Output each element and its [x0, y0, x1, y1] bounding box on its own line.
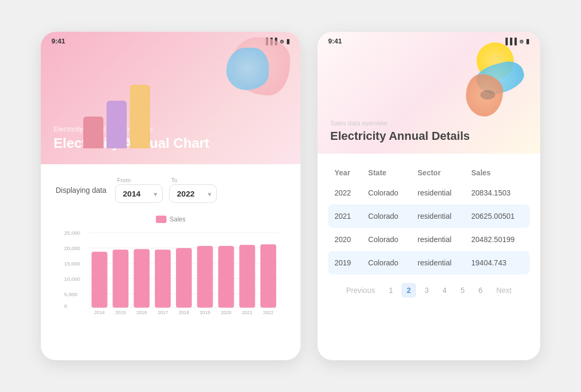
bar-2014 — [92, 252, 108, 307]
right-signal-icon: ▐▐▐ — [503, 38, 517, 45]
data-table: Year State Sector Sales 2022Coloradoresi… — [328, 164, 530, 274]
right-body: Year State Sector Sales 2022Coloradoresi… — [318, 154, 540, 308]
right-header-subtitle: Sales data overview — [330, 120, 527, 127]
svg-text:2015: 2015 — [116, 310, 126, 315]
filter-row: Displaying data From 201420152016 To — [56, 177, 286, 203]
chart-legend: Sales — [60, 216, 281, 223]
cell-state: Colorado — [362, 251, 411, 274]
svg-text:2016: 2016 — [136, 310, 147, 315]
legend-box — [156, 216, 166, 223]
page-1-button[interactable]: 1 — [383, 283, 398, 298]
to-dropdown-container: 202220212020 — [169, 184, 217, 203]
page-5-button[interactable]: 5 — [455, 283, 470, 298]
table-row: 2020Coloradoresidential20482.50199 — [328, 228, 530, 251]
svg-text:20,000: 20,000 — [64, 245, 81, 251]
from-dropdown-wrapper: From 201420152016 — [115, 177, 163, 203]
left-header: 9:41 ▐▐▐ ⌾ ▮ Electricity annual sales ov… — [41, 32, 301, 164]
cell-year: 2022 — [328, 181, 362, 204]
svg-text:2020: 2020 — [221, 310, 232, 315]
battery-icon: ▮ — [286, 38, 290, 45]
svg-text:15,000: 15,000 — [64, 261, 81, 266]
table-head: Year State Sector Sales — [328, 164, 530, 181]
bar-2018 — [176, 248, 192, 307]
app-container: 9:41 ▐▐▐ ⌾ ▮ Electricity annual sales ov… — [0, 0, 581, 392]
right-status-time: 9:41 — [328, 37, 342, 45]
cell-state: Colorado — [362, 228, 411, 251]
right-header-title: Electricity Annual Details — [330, 129, 527, 143]
bar-2017 — [155, 250, 171, 307]
cell-year: 2019 — [328, 251, 362, 274]
left-card: 9:41 ▐▐▐ ⌾ ▮ Electricity annual sales ov… — [41, 32, 301, 360]
to-dropdown-wrapper: To 202220212020 — [169, 177, 217, 203]
page-6-button[interactable]: 6 — [473, 283, 488, 298]
bar-2022 — [260, 244, 276, 307]
right-status-icons: ▐▐▐ ⌾ ▮ — [503, 38, 530, 45]
bar-2021 — [239, 245, 255, 307]
from-dropdown[interactable]: 201420152016 — [115, 184, 163, 203]
svg-text:2022: 2022 — [263, 310, 274, 315]
svg-text:2014: 2014 — [94, 310, 105, 315]
filter-label: Displaying data — [56, 186, 107, 194]
col-year: Year — [328, 164, 362, 181]
svg-text:2018: 2018 — [179, 310, 189, 315]
right-card: 9:41 ▐▐▐ ⌾ ▮ Sales data overview Electri… — [318, 32, 540, 360]
cell-sales: 20625.00501 — [465, 204, 530, 228]
right-battery-icon: ▮ — [526, 38, 530, 45]
cell-year: 2021 — [328, 204, 362, 228]
from-label: From — [115, 177, 163, 183]
cell-sector: residential — [411, 228, 465, 251]
cell-state: Colorado — [362, 204, 411, 228]
cell-sector: residential — [411, 181, 465, 204]
chart-svg-wrap: 25,000 20,000 15,000 10,000 5,000 0 — [60, 227, 281, 319]
bar-chart-svg: 25,000 20,000 15,000 10,000 5,000 0 — [60, 227, 281, 317]
right-status-bar: 9:41 ▐▐▐ ⌾ ▮ — [318, 32, 540, 47]
cell-year: 2020 — [328, 228, 362, 251]
deco-bar-orange — [130, 85, 150, 148]
page-2-button[interactable]: 2 — [401, 283, 416, 298]
svg-text:25,000: 25,000 — [64, 230, 81, 236]
cell-sales: 20834.1503 — [465, 181, 530, 204]
deco-bar-pink — [83, 117, 103, 148]
right-deco-blob-dark — [480, 90, 495, 100]
bar-2019 — [197, 246, 213, 307]
svg-text:10,000: 10,000 — [64, 276, 81, 282]
cell-sales: 19404.743 — [465, 251, 530, 274]
cell-state: Colorado — [362, 181, 411, 204]
to-dropdown[interactable]: 202220212020 — [169, 184, 217, 203]
svg-text:2017: 2017 — [157, 310, 168, 315]
left-status-time: 9:41 — [51, 37, 65, 45]
bar-2015 — [113, 250, 129, 307]
table-body: 2022Coloradoresidential20834.15032021Col… — [328, 181, 530, 274]
table-row: 2021Coloradoresidential20625.00501 — [328, 204, 530, 228]
cell-sector: residential — [411, 251, 465, 274]
dropdown-group: From 201420152016 To 202220212020 — [115, 177, 217, 203]
legend-label: Sales — [170, 216, 186, 223]
svg-text:2019: 2019 — [200, 310, 210, 315]
left-body: Displaying data From 201420152016 To — [41, 164, 301, 334]
col-sector: Sector — [411, 164, 465, 181]
bar-2016 — [134, 249, 149, 307]
table-row: 2022Coloradoresidential20834.1503 — [328, 181, 530, 204]
svg-text:0: 0 — [64, 303, 67, 309]
bar-2020 — [218, 246, 234, 307]
page-4-button[interactable]: 4 — [437, 283, 452, 298]
prev-button[interactable]: Previous — [341, 283, 380, 298]
pagination: Previous 1 2 3 4 5 6 Next — [328, 274, 530, 300]
col-state: State — [362, 164, 411, 181]
right-wifi-icon: ⌾ — [520, 38, 523, 45]
decoration-blob-2 — [226, 48, 269, 90]
next-button[interactable]: Next — [491, 283, 517, 298]
to-label: To — [169, 177, 217, 183]
svg-text:2021: 2021 — [242, 310, 252, 315]
chart-area: Sales 25,000 20,000 15,000 10,000 5,000 … — [56, 216, 286, 319]
cell-sales: 20482.50199 — [465, 228, 530, 251]
deco-bar-purple — [107, 101, 127, 148]
col-sales: Sales — [465, 164, 530, 181]
table-row: 2019Coloradoresidential19404.743 — [328, 251, 530, 274]
cell-sector: residential — [411, 204, 465, 228]
right-header: 9:41 ▐▐▐ ⌾ ▮ Sales data overview Electri… — [318, 32, 540, 154]
svg-text:5,000: 5,000 — [64, 291, 77, 297]
decoration-bars — [83, 85, 150, 148]
page-3-button[interactable]: 3 — [419, 283, 434, 298]
from-dropdown-container: 201420152016 — [115, 184, 163, 203]
